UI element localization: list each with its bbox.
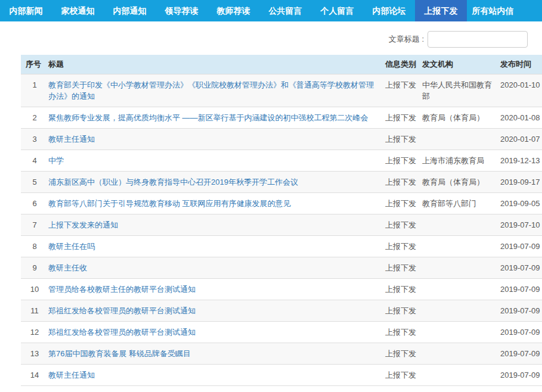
row-org-cell	[422, 214, 500, 236]
row-index-cell: 10	[21, 279, 48, 300]
nav-tab[interactable]: 领导荐读	[156, 0, 207, 21]
row-category-cell: 上报下发	[385, 214, 422, 236]
row-category-cell: 上报下发	[385, 322, 422, 343]
row-category-cell: 上报下发	[385, 172, 422, 193]
row-date-cell: 2020-01-07	[500, 129, 542, 150]
article-title-link[interactable]: 教育部关于印发《中小学教材管理办法》《职业院校教材管理办法》和《普通高等学校教材…	[48, 80, 374, 101]
col-header-category: 信息类别	[385, 55, 422, 74]
table-row: 3 教研主任通知 上报下发 2020-01-07	[21, 129, 542, 150]
table-body: 1 教育部关于印发《中小学教材管理办法》《职业院校教材管理办法》和《普通高等学校…	[21, 74, 542, 386]
row-title-cell: 教育部关于印发《中小学教材管理办法》《职业院校教材管理办法》和《普通高等学校教材…	[48, 74, 385, 107]
row-index-cell: 5	[21, 172, 48, 193]
row-title-cell: 上报下发发来的通知	[48, 214, 385, 236]
row-index-cell: 9	[21, 257, 48, 279]
row-title-cell: 中学	[48, 150, 385, 172]
row-org-cell	[422, 129, 500, 150]
row-category-cell: 上报下发	[385, 74, 422, 107]
row-category-cell: 上报下发	[385, 300, 422, 322]
article-title-link[interactable]: 教研主任通知	[48, 371, 95, 379]
row-date-cell: 2019-07-09	[500, 257, 542, 279]
nav-tab-active[interactable]: 上报下发	[415, 0, 467, 21]
row-category-cell: 上报下发	[385, 279, 422, 300]
row-org-cell: 上海市浦东教育局	[422, 150, 500, 172]
row-org-cell	[422, 236, 500, 257]
row-category-cell: 上报下发	[385, 107, 422, 129]
row-index-cell: 4	[21, 150, 48, 172]
article-title-link[interactable]: 第76届中国教育装备展 释锐品牌备受瞩目	[48, 349, 191, 358]
nav-tab[interactable]: 个人留言	[311, 0, 363, 21]
table-row: 13 第76届中国教育装备展 释锐品牌备受瞩目 上报下发 2019-07-09	[21, 343, 542, 365]
row-title-cell: 管理员给各校教研主任的教研平台测试通知	[48, 279, 385, 300]
article-title-link[interactable]: 教研主任通知	[48, 135, 95, 144]
nav-tab[interactable]: 公共留言	[259, 0, 311, 21]
row-date-cell: 2019-09-05	[500, 193, 542, 214]
search-label: 文章标题 :	[389, 34, 424, 45]
articles-table: 序号 标题 信息类别 发文机构 发布时间 1 教育部关于印发《中小学教材管理办法…	[21, 55, 542, 386]
row-index-cell: 1	[21, 74, 48, 107]
table-header-row: 序号 标题 信息类别 发文机构 发布时间	[21, 55, 542, 74]
nav-tab[interactable]: 内部新闻	[0, 0, 52, 21]
article-title-link[interactable]: 教研主任在吗	[48, 242, 95, 251]
row-org-cell	[422, 322, 500, 343]
row-index-cell: 11	[21, 300, 48, 322]
row-date-cell: 2019-07-09	[500, 300, 542, 322]
nav-tab[interactable]: 教师荐读	[207, 0, 259, 21]
table-row: 12 郑祖红发给各校管理员的教研平台测试通知 上报下发 2019-07-09	[21, 322, 542, 343]
row-org-cell: 教育局（体育局）	[422, 107, 500, 129]
row-org-cell: 中华人民共和国教育部	[422, 74, 500, 107]
row-org-cell	[422, 365, 500, 386]
table-row: 8 教研主任在吗 上报下发 2019-07-09	[21, 236, 542, 257]
article-title-link[interactable]: 管理员给各校教研主任的教研平台测试通知	[48, 285, 196, 294]
nav-tab[interactable]: 内部通知	[104, 0, 156, 21]
row-date-cell: 2019-07-09	[500, 279, 542, 300]
row-date-cell: 2019-07-09	[500, 365, 542, 386]
table-row: 9 教研主任收 上报下发 2019-07-09	[21, 257, 542, 279]
article-title-link[interactable]: 郑祖红发给各校管理员的教研平台测试通知	[48, 328, 196, 337]
row-title-cell: 郑祖红发给各校管理员的教研平台测试通知	[48, 322, 385, 343]
table-row: 2 聚焦教师专业发展，提高优质均衡水平 ——新区举行基于内涵建设的初中强校工程第…	[21, 107, 542, 129]
col-header-date: 发布时间	[500, 55, 542, 74]
article-title-link[interactable]: 郑祖红发给各校管理员的教研平台测试通知	[48, 306, 196, 315]
row-category-cell: 上报下发	[385, 129, 422, 150]
row-date-cell: 2020-01-10	[500, 74, 542, 107]
row-title-cell: 浦东新区高中（职业）与终身教育指导中心召开2019年秋季开学工作会议	[48, 172, 385, 193]
nav-tab[interactable]: 所有站内信	[467, 0, 519, 21]
row-title-cell: 教研主任通知	[48, 129, 385, 150]
row-date-cell: 2019-12-13	[500, 150, 542, 172]
article-title-link[interactable]: 聚焦教师专业发展，提高优质均衡水平 ——新区举行基于内涵建设的初中强校工程第二次…	[48, 113, 368, 122]
row-index-cell: 8	[21, 236, 48, 257]
row-index-cell: 6	[21, 193, 48, 214]
article-title-link[interactable]: 教育部等八部门关于引导规范教育移动 互联网应用有序健康发展的意见	[48, 199, 291, 208]
row-category-cell: 上报下发	[385, 365, 422, 386]
table-row: 4 中学 上报下发 上海市浦东教育局 2019-12-13	[21, 150, 542, 172]
row-org-cell: 教育局（体育局）	[422, 172, 500, 193]
article-title-link[interactable]: 上报下发发来的通知	[48, 220, 118, 229]
row-index-cell: 2	[21, 107, 48, 129]
article-title-link[interactable]: 中学	[48, 156, 64, 165]
row-date-cell: 2019-09-17	[500, 172, 542, 193]
row-title-cell: 教研主任收	[48, 257, 385, 279]
row-title-cell: 郑祖红发给各校管理员的教研平台测试通知	[48, 300, 385, 322]
row-category-cell: 上报下发	[385, 193, 422, 214]
row-date-cell: 2019-07-09	[500, 343, 542, 365]
row-category-cell: 上报下发	[385, 150, 422, 172]
row-org-cell	[422, 279, 500, 300]
table-row: 10 管理员给各校教研主任的教研平台测试通知 上报下发 2019-07-09	[21, 279, 542, 300]
articles-table-wrap: 序号 标题 信息类别 发文机构 发布时间 1 教育部关于印发《中小学教材管理办法…	[21, 55, 542, 386]
row-org-cell	[422, 300, 500, 322]
article-title-link[interactable]: 浦东新区高中（职业）与终身教育指导中心召开2019年秋季开学工作会议	[48, 178, 298, 186]
table-row: 1 教育部关于印发《中小学教材管理办法》《职业院校教材管理办法》和《普通高等学校…	[21, 74, 542, 107]
table-row: 7 上报下发发来的通知 上报下发 2019-07-10	[21, 214, 542, 236]
row-org-cell	[422, 257, 500, 279]
article-title-link[interactable]: 教研主任收	[48, 263, 87, 272]
row-index-cell: 7	[21, 214, 48, 236]
row-category-cell: 上报下发	[385, 257, 422, 279]
row-category-cell: 上报下发	[385, 343, 422, 365]
top-nav: 内部新闻家校通知内部通知领导荐读教师荐读公共留言个人留言内部论坛上报下发所有站内…	[0, 0, 542, 21]
row-date-cell: 2019-07-09	[500, 236, 542, 257]
row-index-cell: 12	[21, 322, 48, 343]
nav-tab[interactable]: 家校通知	[52, 0, 104, 21]
nav-tab[interactable]: 内部论坛	[363, 0, 415, 21]
article-title-search-input[interactable]	[428, 31, 528, 48]
row-date-cell: 2020-01-08	[500, 107, 542, 129]
